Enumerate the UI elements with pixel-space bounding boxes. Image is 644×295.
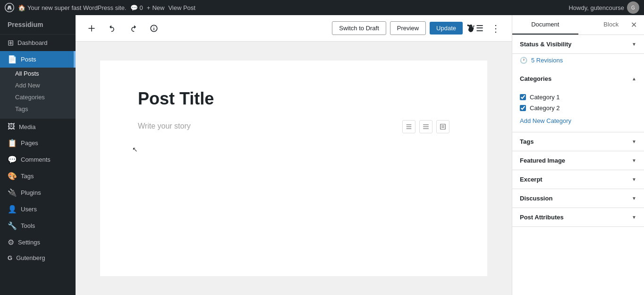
tags-header[interactable]: Tags ▼ [512,132,644,151]
editor-content: Post Title Write your story [76,42,512,295]
site-name-text: Your new super fast WordPress site. [27,4,127,11]
write-story-placeholder[interactable]: Write your story [138,120,395,132]
comments-sidebar-icon: 💬 [8,155,17,164]
sidebar-item-plugins[interactable]: 🔌 Plugins [0,184,76,201]
post-title[interactable]: Post Title [138,89,449,109]
view-post-text: View Post [168,4,195,11]
svg-rect-3 [423,124,429,125]
discussion-label: Discussion [520,195,552,202]
category-2-checkbox[interactable] [520,105,526,111]
featured-image-header[interactable]: Featured Image ▼ [512,151,644,170]
wp-logo-icon[interactable] [5,3,14,12]
sidebar-item-comments[interactable]: 💬 Comments [0,151,76,168]
sidebar-label-gutenberg: Gutenberg [16,254,45,261]
categories-label: Categories [520,75,551,82]
status-visibility-chevron: ▼ [632,42,636,47]
update-button[interactable]: Update [430,22,463,35]
category-1-checkbox[interactable] [520,94,526,100]
sidebar-label-appearance: Tags [21,173,34,180]
post-attributes-section: Post Attributes ▼ [512,208,644,227]
new-label: New [152,4,164,11]
post-attributes-chevron: ▼ [632,215,636,220]
categories-header[interactable]: Categories ▲ [512,69,644,88]
sidebar-subitem-add-new[interactable]: Add New [0,79,76,91]
full-width-view-icon-btn[interactable] [436,120,449,133]
categories-body: Category 1 Category 2 Add New Category [512,88,644,132]
view-post-link[interactable]: View Post [168,4,195,11]
home-icon: 🏠 [18,4,25,11]
post-attributes-header[interactable]: Post Attributes ▼ [512,208,644,226]
tags-section: Tags ▼ [512,132,644,151]
discussion-section: Discussion ▼ [512,189,644,208]
info-button[interactable] [145,20,162,37]
redo-button[interactable] [125,20,142,37]
cursor-indicator: ↖ [132,146,138,153]
sidebar-item-media[interactable]: 🖼 Media [0,119,76,135]
sidebar-subitem-all-posts[interactable]: All Posts [0,68,76,79]
settings-icon: ⚙ [8,238,14,247]
add-new-category-link[interactable]: Add New Category [520,117,571,124]
site-name[interactable]: 🏠 Your new super fast WordPress site. [18,4,127,11]
comments-link[interactable]: 💬 0 [130,4,143,11]
sidebar-item-pages[interactable]: 📋 Pages [0,135,76,151]
switch-to-draft-button[interactable]: Switch to Draft [332,21,386,35]
right-panel: Document Block ✕ Status & Visibility ▼ 🕐… [512,15,644,295]
revisions-row[interactable]: 🕐 5 Revisions [512,54,644,69]
tab-document[interactable]: Document [512,15,578,35]
sidebar-subitem-categories[interactable]: Categories [0,91,76,103]
editor-wrapper: Switch to Draft Preview Update ☰ ⋮ Post … [76,15,512,295]
tools-icon: 🔧 [8,221,17,230]
categories-section: Categories ▲ Category 1 Category 2 Add N… [512,69,644,132]
category-1-label: Category 1 [530,94,560,101]
settings-button[interactable]: ☰ [466,20,483,37]
panel-close-button[interactable]: ✕ [627,18,640,32]
avatar: G [627,1,639,14]
tags-label: Tags [15,105,28,113]
editor-view-icons [402,120,449,133]
sidebar-label-comments: Comments [21,156,51,163]
svg-rect-6 [441,124,446,130]
howdy-section[interactable]: Howdy, gutencourse G [568,1,639,14]
sidebar-item-gutenberg[interactable]: G Gutenberg [0,251,76,265]
users-icon: 👤 [8,205,17,214]
sidebar-item-users[interactable]: 👤 Users [0,201,76,217]
posts-icon: 📄 [8,55,17,64]
sidebar-item-posts[interactable]: 📄 Posts [0,51,76,68]
more-options-button[interactable]: ⋮ [487,20,504,37]
category-item-1: Category 1 [520,92,636,103]
featured-image-section: Featured Image ▼ [512,151,644,170]
comments-count: 0 [140,4,143,11]
howdy-text: Howdy, gutencourse [568,4,624,11]
sidebar-label-tools: Tools [21,222,35,229]
sidebar-subitem-tags[interactable]: Tags [0,103,76,115]
revisions-label: 5 Revisions [531,57,563,64]
all-posts-label: All Posts [15,70,39,77]
add-new-label: Add New [15,82,40,89]
discussion-header[interactable]: Discussion ▼ [512,189,644,208]
toolbar-right: Switch to Draft Preview Update ☰ ⋮ [332,20,504,37]
wide-view-icon-btn[interactable] [419,120,432,133]
comments-icon: 💬 [130,4,138,11]
list-view-icon-btn[interactable] [402,120,415,133]
sidebar-label-dashboard: Dashboard [17,39,48,46]
sidebar-item-dashboard[interactable]: ⊞ Dashboard [0,35,76,51]
add-block-button[interactable] [83,20,100,37]
pages-icon: 📋 [8,139,17,148]
sidebar-label-users: Users [21,206,37,213]
status-visibility-header[interactable]: Status & Visibility ▼ [512,35,644,53]
excerpt-header[interactable]: Excerpt ▼ [512,170,644,189]
posts-submenu: All Posts Add New Categories Tags [0,68,76,119]
sidebar-item-tools[interactable]: 🔧 Tools [0,217,76,234]
categories-label: Categories [15,94,45,101]
excerpt-label: Excerpt [520,176,542,183]
sidebar-item-appearance[interactable]: 🎨 Tags [0,168,76,184]
new-link[interactable]: + New [147,4,165,11]
tags-chevron: ▼ [632,139,636,144]
svg-rect-0 [407,124,412,125]
discussion-chevron: ▼ [632,196,636,201]
sidebar-label-plugins: Plugins [21,189,41,196]
undo-button[interactable] [104,20,121,37]
sidebar-item-settings[interactable]: ⚙ Settings [0,234,76,251]
editor-canvas: Post Title Write your story [100,61,487,276]
preview-button[interactable]: Preview [390,21,426,35]
